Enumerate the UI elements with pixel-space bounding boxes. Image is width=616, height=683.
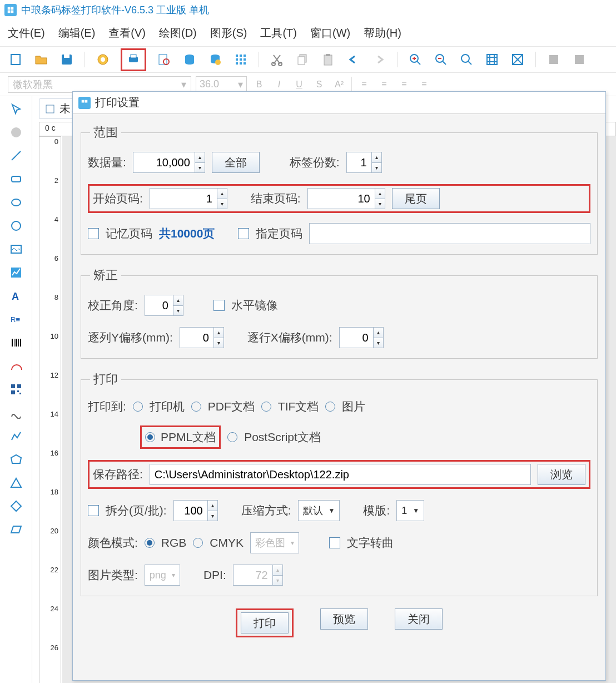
specify-page-input[interactable] <box>309 223 590 244</box>
menu-file[interactable]: 文件(E) <box>8 26 45 41</box>
zoom-fit-icon[interactable] <box>459 52 474 67</box>
align-left-icon[interactable]: ≡ <box>356 77 372 92</box>
open-icon[interactable] <box>33 52 49 67</box>
x-offset-spinner[interactable]: ▴▾ <box>339 327 384 348</box>
menu-view[interactable]: 查看(V) <box>108 26 146 41</box>
ppml-radio[interactable] <box>145 432 155 442</box>
y-offset-input[interactable] <box>180 328 213 348</box>
curve-icon[interactable] <box>8 404 24 421</box>
cmyk-radio[interactable] <box>193 538 203 548</box>
data-count-spinner[interactable]: ▴▾ <box>133 152 205 173</box>
browse-button[interactable]: 浏览 <box>538 464 585 485</box>
align-justify-icon[interactable]: ≡ <box>416 77 432 92</box>
paste-icon[interactable] <box>320 52 336 67</box>
circle-icon[interactable] <box>8 217 24 234</box>
text-curve-checkbox[interactable] <box>329 537 340 548</box>
close-button[interactable]: 关闭 <box>395 608 443 630</box>
menu-shape[interactable]: 图形(S) <box>210 26 247 41</box>
copies-spinner[interactable]: ▴▾ <box>346 152 382 173</box>
rect-icon[interactable] <box>8 171 24 187</box>
dialog-titlebar[interactable]: 打印设置 <box>73 92 605 114</box>
polygon-icon[interactable] <box>8 451 24 468</box>
end-page-input[interactable] <box>308 189 375 209</box>
preview-button[interactable]: 预览 <box>320 608 368 630</box>
dialog-buttons: 打印 预览 关闭 <box>81 608 598 637</box>
menu-draw[interactable]: 绘图(D) <box>159 26 197 41</box>
image-radio[interactable] <box>325 402 335 412</box>
chart-icon[interactable] <box>8 264 24 281</box>
bold-icon[interactable]: B <box>251 77 267 92</box>
triangle-icon[interactable] <box>8 474 24 491</box>
image-icon[interactable] <box>8 241 24 258</box>
save-icon[interactable] <box>59 52 74 67</box>
zoom-in-icon[interactable] <box>408 52 423 67</box>
copy-icon[interactable] <box>295 52 310 67</box>
superscript-icon[interactable]: A² <box>331 77 347 92</box>
font-select[interactable]: 微软雅黑 ▾ <box>8 76 191 93</box>
split-input[interactable] <box>174 501 207 521</box>
end-page-spinner[interactable]: ▴▾ <box>307 188 385 209</box>
underline-icon[interactable]: U <box>291 77 307 92</box>
y-offset-spinner[interactable]: ▴▾ <box>180 327 224 348</box>
hand-icon[interactable] <box>8 124 24 141</box>
fit-screen-icon[interactable] <box>484 52 500 67</box>
redo-icon[interactable] <box>371 52 387 67</box>
angle-input[interactable] <box>145 295 173 315</box>
remember-page-checkbox[interactable] <box>88 228 99 239</box>
specify-page-checkbox[interactable] <box>238 228 249 239</box>
preview-icon[interactable] <box>156 52 172 67</box>
print-icon[interactable] <box>126 51 141 67</box>
pointer-icon[interactable] <box>8 101 24 117</box>
new-icon[interactable] <box>8 52 23 67</box>
template-select[interactable]: 1▼ <box>396 500 424 521</box>
settings-icon[interactable] <box>95 52 111 67</box>
all-button[interactable]: 全部 <box>212 152 260 173</box>
angle-spinner[interactable]: ▴▾ <box>145 295 183 316</box>
polyline-icon[interactable] <box>8 428 24 444</box>
grid-icon[interactable] <box>233 52 249 67</box>
menu-help[interactable]: 帮助(H) <box>364 26 401 41</box>
mirror-checkbox[interactable] <box>213 300 225 311</box>
menu-edit[interactable]: 编辑(E) <box>58 26 96 41</box>
align-center-icon[interactable]: ≡ <box>376 77 392 92</box>
strike-icon[interactable]: S <box>311 77 327 92</box>
pdf-radio[interactable] <box>191 402 201 412</box>
ellipse-icon[interactable] <box>8 194 24 211</box>
menu-tool[interactable]: 工具(T) <box>260 26 297 41</box>
text-icon[interactable]: A <box>8 288 24 304</box>
split-spinner[interactable]: ▴▾ <box>173 500 218 521</box>
tool-b-icon[interactable] <box>572 52 587 67</box>
copies-input[interactable] <box>347 152 371 172</box>
last-page-button[interactable]: 尾页 <box>392 188 440 209</box>
menu-window[interactable]: 窗口(W) <box>310 26 350 41</box>
tif-radio[interactable] <box>261 402 271 412</box>
printer-radio[interactable] <box>133 402 143 412</box>
parallelogram-icon[interactable] <box>8 521 24 538</box>
arc-icon[interactable] <box>8 358 24 374</box>
split-checkbox[interactable] <box>88 505 99 516</box>
tool-a-icon[interactable] <box>546 52 562 67</box>
qrcode-icon[interactable] <box>8 381 24 398</box>
barcode-icon[interactable] <box>8 334 24 351</box>
richtext-icon[interactable]: R≡ <box>8 311 24 328</box>
database-icon[interactable] <box>182 52 197 67</box>
line-icon[interactable] <box>8 147 24 164</box>
print-button[interactable]: 打印 <box>241 612 289 633</box>
postscript-radio[interactable] <box>227 432 237 442</box>
diamond-icon[interactable] <box>8 498 24 514</box>
database-gear-icon[interactable] <box>207 52 223 67</box>
cut-icon[interactable] <box>269 52 285 67</box>
save-path-input[interactable] <box>150 464 531 485</box>
zoom-out-icon[interactable] <box>433 52 449 67</box>
rgb-radio[interactable] <box>145 538 155 548</box>
start-page-spinner[interactable]: ▴▾ <box>150 188 227 209</box>
font-size-select[interactable]: 36.0 ▾ <box>196 76 247 93</box>
data-count-input[interactable] <box>133 152 195 172</box>
start-page-input[interactable] <box>150 189 217 209</box>
align-right-icon[interactable]: ≡ <box>396 77 412 92</box>
italic-icon[interactable]: I <box>271 77 287 92</box>
fullscreen-icon[interactable] <box>510 52 525 67</box>
undo-icon[interactable] <box>346 52 361 67</box>
x-offset-input[interactable] <box>340 328 373 348</box>
compress-select[interactable]: 默认▼ <box>298 500 340 521</box>
